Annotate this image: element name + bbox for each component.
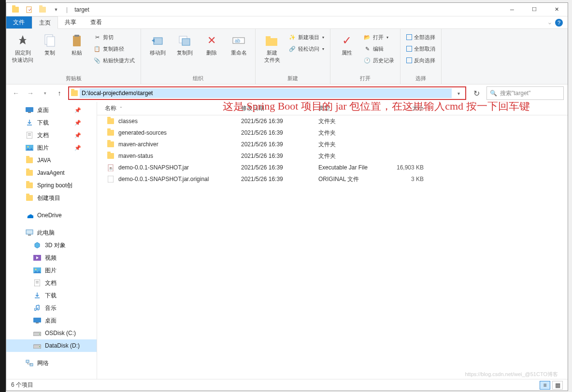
nav-item-JAVA[interactable]: JAVA: [6, 154, 97, 167]
qat-dropdown[interactable]: ▼: [51, 4, 61, 15]
svg-rect-0: [27, 7, 31, 13]
up-button[interactable]: ↑: [54, 87, 65, 99]
refresh-button[interactable]: ↻: [469, 86, 484, 100]
select-none-button[interactable]: 全部取消: [404, 43, 437, 54]
svg-rect-28: [36, 322, 39, 323]
back-button[interactable]: ←: [10, 87, 22, 99]
svg-point-23: [35, 269, 37, 270]
folder-icon: [107, 140, 114, 148]
copy-to-button[interactable]: 复制到: [172, 31, 197, 56]
easy-access-button[interactable]: 🔗轻松访问▾: [286, 43, 326, 54]
copy-path-button[interactable]: 📋复制路径: [91, 43, 137, 54]
ribbon-tabs: 文件 主页 共享 查看 ⌵ ?: [6, 16, 568, 29]
file-row[interactable]: maven-archiver 2021/5/26 16:39 文件夹: [97, 139, 568, 150]
nav-item-下载[interactable]: 下载📌: [6, 116, 97, 129]
nav-network[interactable]: 网络: [6, 357, 97, 369]
nav-item-Spring boot创[interactable]: Spring boot创: [6, 179, 97, 192]
folder-icon: [71, 90, 78, 96]
properties-button[interactable]: ✓属性: [334, 31, 359, 56]
svg-text:☕: ☕: [109, 166, 113, 170]
ribbon-collapse-icon[interactable]: ⌵: [548, 20, 551, 25]
nav-item-文档[interactable]: 文档: [6, 277, 97, 289]
nav-item-图片[interactable]: 图片📌: [6, 141, 97, 154]
nav-item-桌面[interactable]: 桌面📌: [6, 104, 97, 116]
new-folder-button[interactable]: 新建 文件夹: [259, 31, 285, 64]
nav-item-下载[interactable]: 下载: [6, 289, 97, 302]
invert-selection-button[interactable]: 反向选择: [404, 55, 437, 66]
svg-point-30: [39, 334, 40, 335]
svg-rect-10: [266, 38, 277, 46]
tab-view[interactable]: 查看: [84, 16, 109, 28]
svg-rect-11: [266, 36, 271, 39]
maximize-button[interactable]: ☐: [523, 3, 545, 16]
icons-view-toggle[interactable]: ▦: [552, 381, 563, 390]
search-box[interactable]: 🔍 搜索"target": [486, 86, 564, 100]
column-headers[interactable]: 名称⌃ 修改日期 类型 大小: [97, 102, 568, 115]
folder-icon: [26, 169, 33, 177]
tab-home[interactable]: 主页: [32, 16, 58, 29]
minimize-button[interactable]: ─: [501, 3, 523, 16]
tab-file[interactable]: 文件: [6, 16, 32, 28]
edit-button[interactable]: ✎编辑: [361, 43, 396, 54]
downloads-icon: [26, 119, 33, 126]
paste-button[interactable]: 粘贴: [64, 31, 89, 56]
help-icon[interactable]: ?: [555, 19, 563, 27]
delete-button[interactable]: ✕删除: [199, 31, 224, 56]
pin-quick-access-button[interactable]: 固定到 快速访问: [10, 31, 35, 64]
onedrive-icon: [26, 211, 33, 219]
svg-rect-27: [33, 318, 41, 322]
svg-point-32: [39, 346, 40, 347]
cut-button[interactable]: ✂剪切: [91, 32, 137, 42]
nav-item-图片[interactable]: 图片: [6, 264, 97, 277]
qat-properties-icon[interactable]: [24, 4, 34, 15]
address-bar[interactable]: ▾: [68, 86, 466, 100]
nav-item-OSDisk (C:)[interactable]: OSDisk (C:): [6, 327, 97, 339]
recent-dropdown[interactable]: ▾: [39, 87, 51, 99]
close-button[interactable]: ✕: [545, 3, 568, 16]
paste-shortcut-button[interactable]: 📎粘贴快捷方式: [91, 55, 137, 66]
file-row[interactable]: classes 2021/5/26 16:39 文件夹: [97, 115, 568, 127]
tab-share[interactable]: 共享: [58, 16, 84, 28]
downloads-icon: [33, 292, 41, 299]
nav-item-DataDisk (D:)[interactable]: DataDisk (D:): [6, 339, 97, 352]
select-all-button[interactable]: 全部选择: [404, 32, 437, 42]
qat-new-folder-icon[interactable]: [37, 4, 48, 15]
new-item-button[interactable]: ✨新建项目▾: [286, 32, 326, 42]
navigation-pane[interactable]: 桌面📌下载📌文档📌图片📌JAVAJavaAgentSpring boot创创建项…: [6, 102, 97, 379]
pc-icon: [26, 229, 33, 237]
address-dropdown-icon[interactable]: ▾: [454, 91, 463, 96]
nav-item-桌面[interactable]: 桌面: [6, 314, 97, 327]
documents-icon: [26, 131, 33, 139]
nav-onedrive[interactable]: OneDrive: [6, 209, 97, 222]
nav-item-创建项目[interactable]: 创建项目: [6, 192, 97, 204]
app-icon[interactable]: [10, 4, 21, 15]
file-icon: [107, 175, 114, 183]
details-view-toggle[interactable]: ≡: [540, 381, 550, 390]
file-row[interactable]: ☕demo-0.0.1-SNAPSHOT.jar 2021/5/26 16:39…: [97, 162, 568, 173]
copy-button[interactable]: 复制: [37, 31, 62, 56]
nav-item-3D 对象[interactable]: 3D 对象: [6, 239, 97, 252]
ribbon: 固定到 快速访问 复制 粘贴 ✂剪切 📋复制路径 📎粘贴快捷方式 剪贴板: [6, 29, 568, 84]
svg-point-18: [28, 146, 29, 148]
history-button[interactable]: 🕐历史记录: [361, 55, 396, 66]
nav-item-音乐[interactable]: 音乐: [6, 302, 97, 314]
file-row[interactable]: generated-sources 2021/5/26 16:39 文件夹: [97, 127, 568, 139]
jar-icon: ☕: [107, 164, 114, 171]
svg-rect-5: [154, 38, 162, 44]
address-input[interactable]: [80, 88, 452, 98]
rename-button[interactable]: ab重命名: [226, 31, 251, 56]
svg-rect-13: [28, 112, 31, 113]
open-button[interactable]: 📂打开▾: [361, 32, 396, 42]
nav-item-视频[interactable]: 视频: [6, 252, 97, 264]
file-row[interactable]: maven-status 2021/5/26 16:39 文件夹: [97, 150, 568, 162]
nav-this-pc[interactable]: 此电脑: [6, 226, 97, 239]
nav-item-文档[interactable]: 文档📌: [6, 129, 97, 141]
explorer-window: ▼ | target ─ ☐ ✕ 文件 主页 共享 查看 ⌵ ? 固定到 快速访…: [6, 2, 568, 391]
forward-button[interactable]: →: [25, 87, 36, 99]
file-list[interactable]: classes 2021/5/26 16:39 文件夹 generated-so…: [97, 115, 568, 379]
move-to-button[interactable]: 移动到: [145, 31, 170, 56]
sort-arrow-icon: ⌃: [119, 106, 123, 111]
svg-rect-33: [26, 360, 29, 363]
file-row[interactable]: demo-0.0.1-SNAPSHOT.jar.original 2021/5/…: [97, 173, 568, 185]
nav-item-JavaAgent[interactable]: JavaAgent: [6, 167, 97, 179]
